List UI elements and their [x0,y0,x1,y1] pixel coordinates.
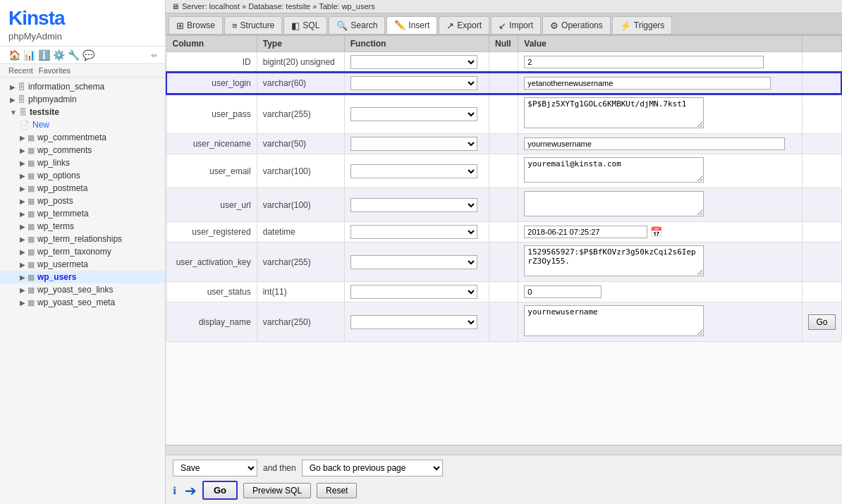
export-icon: ↗ [446,20,454,31]
cell-value-user_email: youremail@kinsta.com [518,154,803,188]
sidebar-item-wp_yoast_seo_meta[interactable]: ▶ ▦ wp_yoast_seo_meta [0,296,165,309]
sidebar-item-information_schema[interactable]: ▶ 🗄 information_schema [0,80,165,93]
cell-go-user_status [803,282,841,302]
go-button[interactable]: Go [202,481,238,500]
cell-column-user_url: user_url [166,188,257,222]
browse-icon: ⊞ [176,20,184,31]
favorites-link[interactable]: Favorites [39,66,71,75]
go-right-button[interactable]: Go [808,314,835,330]
value-input-user_nicename[interactable] [524,137,785,150]
sidebar-item-wp_usermeta[interactable]: ▶ ▦ wp_usermeta [0,258,165,271]
sidebar-item-wp_links[interactable]: ▶ ▦ wp_links [0,156,165,169]
settings-icon[interactable]: ⚙️ [53,49,65,61]
expand-icon: ▶ [20,185,25,192]
value-textarea-user_pass[interactable]: $P$Bjz5XYTg1GOLc6KMBKUt/djMN.7kst1 [524,97,704,128]
sidebar-item-wp_termmeta[interactable]: ▶ ▦ wp_termmeta [0,207,165,220]
function-select-user_email[interactable] [350,164,477,178]
value-textarea-user_activation_key[interactable]: 1529565927:$P$BfKOVzr3g50kzCqi2s6IeprZ3O… [524,245,704,276]
function-select-user_registered[interactable] [350,225,477,239]
value-textarea-display_name[interactable]: yournewusername [524,305,704,336]
tab-insert[interactable]: ✏️ Insert [386,16,437,34]
tab-search-label: Search [350,20,377,30]
table-row: user_email varchar(100) youremail@kinsta… [166,154,841,188]
cell-value-user_pass: $P$Bjz5XYTg1GOLc6KMBKUt/djMN.7kst1 [518,94,803,134]
tab-sql[interactable]: ◧ SQL [283,16,327,34]
expand-icon: ▶ [20,235,25,243]
info-icon[interactable]: ℹ️ [38,49,50,61]
cell-go-user_email [803,154,841,188]
sidebar-item-wp_comments[interactable]: ▶ ▦ wp_comments [0,144,165,156]
value-textarea-user_url[interactable] [524,191,704,216]
tab-export[interactable]: ↗ Export [439,16,489,34]
sidebar-item-wp_term_taxonomy[interactable]: ▶ ▦ wp_term_taxonomy [0,245,165,258]
expand-icon: ▶ [20,286,25,294]
goto-select[interactable]: Go back to previous page [302,460,443,477]
wrench-icon[interactable]: 🔧 [68,49,80,61]
tab-triggers[interactable]: ⚡ Triggers [612,16,673,34]
sidebar-item-new[interactable]: 📄 New [0,118,165,131]
and-then-label: and then [263,463,296,473]
sidebar-item-phpmyadmin[interactable]: ▶ 🗄 phpmyadmin [0,93,165,106]
cell-function-user_url [344,188,489,222]
home-icon[interactable]: 🏠 [8,49,20,61]
chart-icon[interactable]: 📊 [23,49,35,61]
calendar-icon[interactable]: 📅 [650,226,662,238]
function-select-id[interactable] [350,55,477,69]
value-input-user_registered[interactable] [524,226,647,238]
value-input-user_login[interactable] [524,77,771,90]
comment-icon[interactable]: 💬 [83,49,94,61]
sidebar-item-wp_term_relationships[interactable]: ▶ ▦ wp_term_relationships [0,233,165,245]
sidebar-item-wp_users[interactable]: ▶ ▦ wp_users [0,271,165,283]
table-icon: ▦ [28,159,35,168]
sidebar-tree: ▶ 🗄 information_schema ▶ 🗄 phpmyadmin ▼ … [0,78,165,504]
expand-icon[interactable]: ⇔ [151,51,157,59]
content-area: Column Type Function Null Value ID bigin… [166,35,842,445]
tab-bar: ⊞ Browse ≡ Structure ◧ SQL 🔍 Search ✏️ I… [166,13,842,35]
cell-null-user_login [489,73,518,94]
preview-sql-button[interactable]: Preview SQL [243,483,311,498]
sidebar-item-wp_yoast_seo_links[interactable]: ▶ ▦ wp_yoast_seo_links [0,283,165,296]
cell-type-user_status: int(11) [257,282,344,302]
cell-value-user_url [518,188,803,222]
table-row: user_activation_key varchar(255) 1529565… [166,242,841,282]
tab-operations[interactable]: ⚙ Operations [542,16,611,34]
cell-value-user_login [518,73,803,94]
structure-icon: ≡ [232,20,238,31]
sidebar-item-wp_posts[interactable]: ▶ ▦ wp_posts [0,195,165,207]
value-input-id[interactable] [524,56,764,68]
info-circle-icon[interactable]: ℹ [173,485,176,496]
reset-button[interactable]: Reset [317,483,357,498]
sidebar-item-testsite[interactable]: ▼ 🗄 testsite [0,106,165,118]
tab-structure-label: Structure [240,20,275,30]
tab-structure[interactable]: ≡ Structure [224,16,282,34]
function-select-display_name[interactable] [350,315,477,329]
sidebar-item-wp_options[interactable]: ▶ ▦ wp_options [0,169,165,182]
function-select-user_status[interactable] [350,285,477,299]
function-select-user_nicename[interactable] [350,137,477,151]
function-select-user_pass[interactable] [350,107,477,121]
sidebar-item-wp_commentmeta[interactable]: ▶ ▦ wp_commentmeta [0,131,165,144]
tab-search[interactable]: 🔍 Search [329,16,385,34]
sidebar: Kinsta phpMyAdmin 🏠 📊 ℹ️ ⚙️ 🔧 💬 ⇔ Recent… [0,0,166,504]
tab-import[interactable]: ↙ Import [491,16,541,34]
save-select[interactable]: Save [173,460,257,477]
sidebar-item-wp_postmeta[interactable]: ▶ ▦ wp_postmeta [0,182,165,195]
value-input-user_status[interactable] [524,285,602,298]
recent-link[interactable]: Recent [8,66,33,75]
table-icon: ▦ [28,235,35,244]
cell-value-user_registered: 📅 [518,222,803,242]
value-textarea-user_email[interactable]: youremail@kinsta.com [524,157,704,183]
function-select-user_url[interactable] [350,198,477,212]
function-select-user_activation_key[interactable] [350,255,477,269]
tab-browse[interactable]: ⊞ Browse [169,16,223,34]
function-select-user_login[interactable] [350,76,477,90]
cell-function-user_pass [344,94,489,134]
expand-icon: ▶ [20,172,25,180]
cell-column-user_email: user_email [166,154,257,188]
horizontal-scrollbar[interactable] [166,445,842,455]
cell-column-user_activation_key: user_activation_key [166,242,257,282]
col-header-go [803,36,841,52]
cell-go-user_login [803,73,841,94]
tab-import-label: Import [509,20,533,30]
sidebar-item-wp_terms[interactable]: ▶ ▦ wp_terms [0,220,165,233]
